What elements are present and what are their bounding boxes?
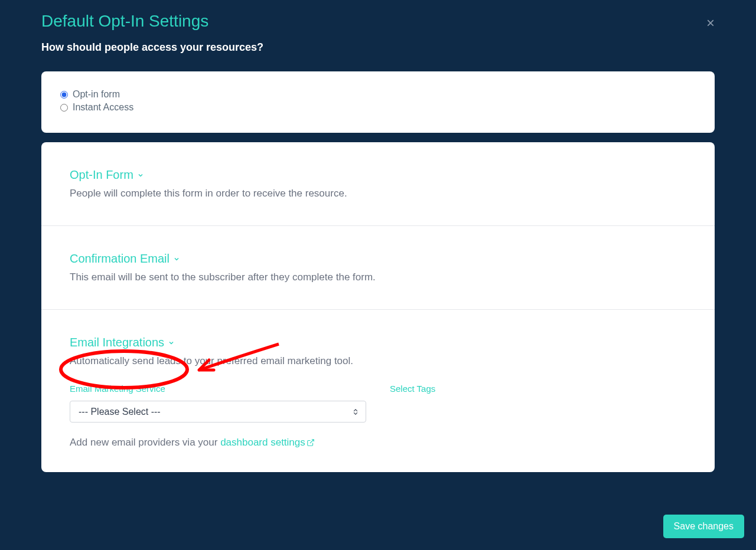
dashboard-settings-link[interactable]: dashboard settings <box>220 437 315 448</box>
confirmation-email-section: Confirmation Email This email will be se… <box>41 226 715 310</box>
chevron-down-icon <box>173 256 180 263</box>
optin-form-radio-label[interactable]: Opt-in form <box>73 89 120 100</box>
email-integrations-section-title: Email Integrations <box>70 336 164 349</box>
email-integrations-section: Email Integrations Automatically send le… <box>41 310 715 472</box>
modal-subtitle: How should people access your resources? <box>41 41 715 54</box>
optin-form-section-desc: People will complete this form in order … <box>70 188 686 199</box>
select-tags-group: Select Tags <box>390 384 686 423</box>
external-link-icon <box>307 438 315 447</box>
confirmation-email-section-title: Confirmation Email <box>70 252 170 266</box>
confirmation-email-section-header[interactable]: Confirmation Email <box>70 252 686 266</box>
email-service-select[interactable]: --- Please Select --- <box>70 401 366 423</box>
save-changes-button[interactable]: Save changes <box>663 515 744 538</box>
instant-access-radio-label[interactable]: Instant Access <box>73 102 133 113</box>
confirmation-email-section-desc: This email will be sent to the subscribe… <box>70 271 686 283</box>
dashboard-settings-link-text: dashboard settings <box>220 437 305 448</box>
close-icon: × <box>706 15 715 31</box>
helper-text: Add new email providers via your dashboa… <box>70 437 686 448</box>
email-integrations-section-header[interactable]: Email Integrations <box>70 336 686 349</box>
radio-option-optin: Opt-in form <box>60 89 696 100</box>
email-service-label: Email Marketing Service <box>70 384 366 394</box>
modal-title: Default Opt-In Settings <box>41 12 715 31</box>
email-service-group: Email Marketing Service --- Please Selec… <box>70 384 366 423</box>
email-integrations-section-desc: Automatically send leads to your preferr… <box>70 355 686 367</box>
instant-access-radio[interactable] <box>60 104 68 112</box>
sections-card: Opt-In Form People will complete this fo… <box>41 142 715 472</box>
select-tags-label: Select Tags <box>390 384 686 394</box>
optin-form-radio[interactable] <box>60 91 68 99</box>
close-button[interactable]: × <box>706 15 715 31</box>
chevron-down-icon <box>168 339 175 346</box>
optin-form-section-title: Opt-In Form <box>70 168 133 182</box>
chevron-down-icon <box>137 172 144 179</box>
optin-form-section-header[interactable]: Opt-In Form <box>70 168 686 182</box>
form-row: Email Marketing Service --- Please Selec… <box>70 384 686 423</box>
radio-option-instant: Instant Access <box>60 102 696 113</box>
optin-form-section: Opt-In Form People will complete this fo… <box>41 142 715 226</box>
helper-prefix: Add new email providers via your <box>70 437 220 448</box>
access-type-card: Opt-in form Instant Access <box>41 71 715 133</box>
